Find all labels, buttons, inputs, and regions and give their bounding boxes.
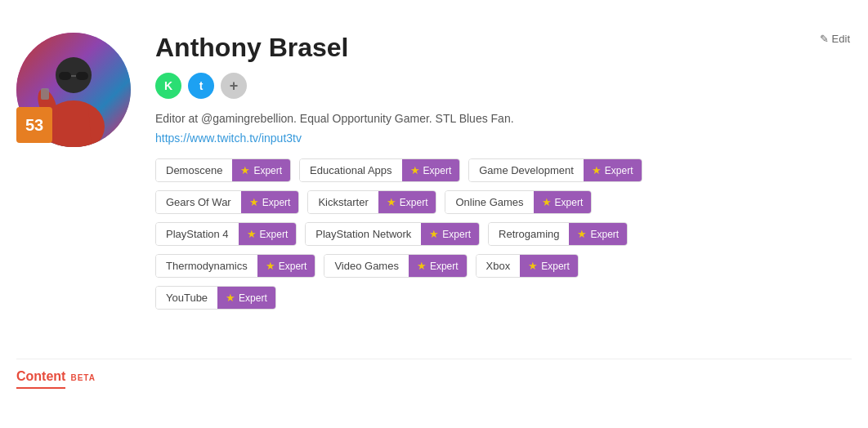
star-icon: ★ (240, 164, 250, 176)
tag-badge: ★ Expert (402, 159, 460, 181)
tag-label: YouTube (156, 287, 217, 309)
tag-group[interactable]: Demoscene★ Expert (155, 158, 291, 182)
tag-label: Retrogaming (489, 223, 569, 245)
profile-info: ✎ Edit Anthony Brasel K t + Editor at @g… (155, 33, 850, 318)
tag-badge: ★ Expert (584, 159, 642, 181)
content-title: Content (16, 369, 65, 389)
pencil-icon: ✎ (820, 33, 829, 45)
tag-label: Thermodynamics (156, 255, 257, 277)
profile-container: 53 ✎ Edit Anthony Brasel K t + Editor at… (16, 16, 850, 334)
tag-label: Video Games (324, 255, 409, 277)
tag-label: Kickstarter (308, 191, 378, 213)
star-icon: ★ (387, 196, 396, 208)
tag-badge: ★ Expert (520, 255, 578, 277)
svg-rect-3 (76, 72, 88, 80)
star-icon: ★ (266, 260, 275, 272)
star-icon: ★ (592, 164, 602, 176)
bio-link[interactable]: https://www.twitch.tv/input3tv (155, 132, 302, 145)
tag-group[interactable]: Retrogaming★ Expert (488, 222, 628, 246)
tag-group[interactable]: Kickstarter★ Expert (307, 190, 436, 214)
tags-row-1: Demoscene★ ExpertEducational Apps★ Exper… (155, 158, 850, 182)
tag-badge: ★ Expert (232, 159, 290, 181)
svg-rect-7 (41, 88, 49, 100)
star-icon: ★ (429, 228, 439, 240)
tag-label: Online Games (445, 191, 533, 213)
star-icon: ★ (247, 228, 257, 240)
star-icon: ★ (249, 196, 259, 208)
tag-badge: ★ Expert (239, 223, 297, 245)
tag-group[interactable]: Gears Of War★ Expert (155, 190, 299, 214)
bio-text: Editor at @gamingrebellion. Equal Opport… (155, 110, 850, 127)
add-social-button[interactable]: + (221, 73, 247, 99)
social-links: K t + (155, 73, 850, 99)
tag-badge: ★ Expert (409, 255, 467, 277)
content-section: Content BETA (16, 359, 852, 389)
tag-label: PlayStation 4 (156, 223, 239, 245)
edit-button[interactable]: ✎ Edit (820, 33, 850, 45)
tag-group[interactable]: Thermodynamics★ Expert (155, 254, 315, 278)
tags-row-3: PlayStation 4★ ExpertPlayStation Network… (155, 222, 850, 246)
tag-badge: ★ Expert (534, 191, 592, 213)
tag-group[interactable]: Xbox★ Expert (476, 254, 579, 278)
twitter-button[interactable]: t (188, 73, 214, 99)
tag-label: Demoscene (156, 159, 232, 181)
tag-badge: ★ Expert (421, 223, 479, 245)
tags-row-5: YouTube★ Expert (155, 286, 850, 310)
profile-name: Anthony Brasel (155, 33, 850, 63)
tag-label: Game Development (469, 159, 584, 181)
tags-row-4: Thermodynamics★ ExpertVideo Games★ Exper… (155, 254, 850, 278)
star-icon: ★ (410, 164, 420, 176)
tag-group[interactable]: Game Development★ Expert (468, 158, 642, 182)
star-icon: ★ (226, 292, 235, 304)
kickstarter-button[interactable]: K (155, 73, 181, 99)
tag-badge: ★ Expert (378, 191, 436, 213)
tag-label: PlayStation Network (306, 223, 421, 245)
tag-badge: ★ Expert (257, 255, 315, 277)
tag-group[interactable]: Video Games★ Expert (324, 254, 467, 278)
tag-label: Xbox (477, 255, 521, 277)
tag-group[interactable]: Online Games★ Expert (445, 190, 592, 214)
score-badge: 53 (16, 107, 52, 143)
tag-badge: ★ Expert (241, 191, 299, 213)
content-beta-badge: BETA (70, 373, 95, 382)
tags-section: Demoscene★ ExpertEducational Apps★ Exper… (155, 158, 850, 310)
tag-badge: ★ Expert (217, 287, 275, 309)
tag-badge: ★ Expert (569, 223, 627, 245)
star-icon: ★ (542, 196, 552, 208)
star-icon: ★ (417, 260, 427, 272)
tag-group[interactable]: PlayStation 4★ Expert (155, 222, 297, 246)
tags-row-2: Gears Of War★ ExpertKickstarter★ ExpertO… (155, 190, 850, 214)
star-icon: ★ (577, 228, 587, 240)
svg-rect-2 (59, 72, 71, 80)
tag-group[interactable]: PlayStation Network★ Expert (305, 222, 480, 246)
star-icon: ★ (528, 260, 538, 272)
tag-label: Gears Of War (156, 191, 241, 213)
tag-group[interactable]: Educational Apps★ Expert (299, 158, 460, 182)
tag-group[interactable]: YouTube★ Expert (155, 286, 276, 310)
tag-label: Educational Apps (300, 159, 401, 181)
content-header: Content BETA (16, 369, 852, 389)
avatar-wrapper: 53 (16, 33, 131, 147)
